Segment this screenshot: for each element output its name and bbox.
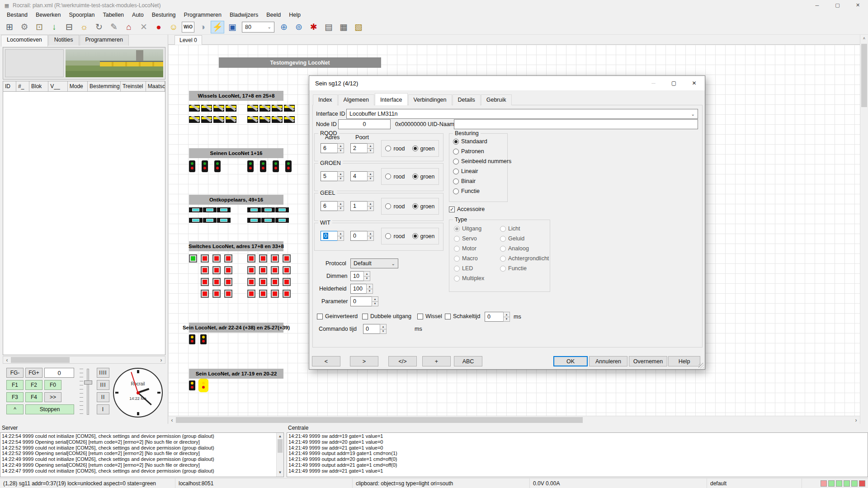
- dialog-tab-gebruik[interactable]: Gebruik: [481, 94, 512, 105]
- groen-radio[interactable]: groen: [412, 174, 435, 180]
- switch-button-red[interactable]: [201, 266, 209, 274]
- poort-spinner[interactable]: 4▲▼: [350, 171, 374, 181]
- column-header-v[interactable]: V__: [48, 81, 67, 91]
- type-radio-macro[interactable]: Macro: [454, 255, 478, 262]
- card-index-icon[interactable]: ▦: [337, 21, 350, 33]
- wissel-symbol[interactable]: [272, 116, 283, 123]
- f2-button[interactable]: F2: [25, 380, 42, 390]
- protocol-combo[interactable]: Default ⌄: [350, 258, 398, 268]
- decoupler-symbol[interactable]: [189, 218, 203, 223]
- adres-spinner[interactable]: 6▲▼: [321, 143, 344, 153]
- rood-radio[interactable]: rood: [385, 233, 405, 239]
- dialog-tab-index[interactable]: Index: [313, 94, 338, 105]
- spin-up-icon[interactable]: ▲: [338, 172, 344, 177]
- zoom-in-icon[interactable]: ⊕: [277, 21, 291, 33]
- fg-minus-button[interactable]: FG-: [6, 368, 24, 378]
- spin-up-icon[interactable]: ▲: [338, 231, 344, 236]
- type-radio-geluid[interactable]: Geluid: [500, 235, 524, 242]
- dialog-tab-verbindingen[interactable]: Verbindingen: [408, 94, 452, 105]
- switch-button-red[interactable]: [271, 254, 279, 263]
- switch-button-red[interactable]: [247, 278, 255, 286]
- groen-radio[interactable]: groen: [412, 203, 435, 210]
- type-radio-functie[interactable]: Functie: [500, 265, 527, 272]
- switch-button-red[interactable]: [224, 290, 232, 298]
- geinverteerd-checkbox[interactable]: Geinverteerd: [317, 313, 358, 319]
- signal-symbol[interactable]: [285, 160, 292, 172]
- switch-button-red[interactable]: [271, 290, 279, 298]
- column-header-item[interactable]: #_: [16, 81, 29, 91]
- switch-button-red[interactable]: [224, 266, 232, 274]
- annuleren-button[interactable]: Annuleren: [589, 356, 627, 366]
- dimmen-spinner[interactable]: 10 ▲▼: [350, 271, 370, 281]
- spin-up-icon[interactable]: ▲: [368, 172, 373, 177]
- scroll-thumb[interactable]: [278, 439, 283, 453]
- spin-down-icon[interactable]: ▼: [364, 277, 370, 281]
- scroll-thumb[interactable]: [861, 44, 867, 107]
- spin-down-icon[interactable]: ▼: [338, 149, 344, 153]
- step-button-i[interactable]: I: [97, 404, 109, 414]
- spin-down-icon[interactable]: ▼: [380, 329, 386, 334]
- wissel-symbol[interactable]: [247, 105, 258, 112]
- tab-locomotieven[interactable]: Locomotieven: [1, 35, 48, 47]
- zoom-fit-icon[interactable]: ⊚: [292, 21, 306, 33]
- switch-button-red[interactable]: [224, 254, 232, 263]
- server-log[interactable]: ▲ ▼ 14:22:54 9999 could not initialize […: [0, 432, 284, 477]
- menu-help[interactable]: Help: [285, 11, 305, 19]
- nav-button-item[interactable]: +: [422, 356, 451, 366]
- f1-button[interactable]: F1: [6, 380, 24, 390]
- signal-symbol[interactable]: [273, 160, 279, 172]
- parameter-spinner[interactable]: 0 ▲▼: [350, 296, 378, 306]
- switch-button-red[interactable]: [212, 266, 221, 274]
- switch-button-red[interactable]: [271, 278, 279, 286]
- dialog-tab-algemeen[interactable]: Algemeen: [338, 94, 374, 105]
- signal-symbol[interactable]: [247, 160, 254, 172]
- schakeltijd-checkbox[interactable]: Schakeltijd: [445, 313, 480, 319]
- type-radio-motor[interactable]: Motor: [454, 245, 476, 252]
- rood-radio[interactable]: rood: [385, 174, 405, 180]
- dialog-minimize-button[interactable]: ─: [643, 76, 664, 90]
- adres-spinner[interactable]: 5▲▼: [321, 171, 344, 181]
- refresh-icon[interactable]: ↻: [92, 21, 106, 33]
- type-radio-servo[interactable]: Servo: [454, 235, 477, 242]
- rood-radio[interactable]: rood: [385, 145, 405, 152]
- menu-besturing[interactable]: Besturing: [148, 11, 180, 19]
- groen-radio[interactable]: groen: [412, 233, 435, 239]
- switch-button-red[interactable]: [283, 278, 291, 286]
- spin-down-icon[interactable]: ▼: [368, 236, 373, 241]
- issues-icon[interactable]: ✱: [307, 21, 321, 33]
- tab-level-0[interactable]: Level 0: [175, 35, 202, 45]
- decoupler-symbol[interactable]: [203, 218, 217, 223]
- overnemen-button[interactable]: Overnemen: [629, 356, 667, 366]
- menu-bewerken[interactable]: Bewerken: [32, 11, 65, 19]
- dialog-tab-interface[interactable]: Interface: [375, 93, 408, 105]
- spin-down-icon[interactable]: ▼: [372, 302, 378, 306]
- notes-icon[interactable]: ▤: [322, 21, 335, 33]
- speed-display[interactable]: 0: [44, 368, 74, 378]
- canvas-hscrollbar[interactable]: ‹ ›: [168, 416, 860, 424]
- close-button[interactable]: ✕: [848, 0, 868, 10]
- loco-table-body[interactable]: [3, 92, 165, 355]
- home-icon[interactable]: ⌂: [122, 21, 136, 33]
- decoupler-symbol[interactable]: [261, 207, 275, 212]
- scroll-thumb[interactable]: [11, 357, 70, 363]
- dialog-close-button[interactable]: ✕: [684, 76, 704, 90]
- ok-button[interactable]: OK: [553, 356, 588, 366]
- menu-programmeren[interactable]: Programmeren: [180, 11, 226, 19]
- workspace-icon[interactable]: ⊞: [3, 21, 16, 33]
- minimize-button[interactable]: ─: [807, 0, 827, 10]
- scroll-right-icon[interactable]: ›: [852, 417, 860, 423]
- analyzer-icon[interactable]: ◑: [196, 21, 209, 33]
- switch-button-red[interactable]: [259, 266, 267, 274]
- poort-spinner[interactable]: 0▲▼: [350, 231, 374, 241]
- decoupler-symbol[interactable]: [275, 207, 289, 212]
- switch-button-red[interactable]: [212, 254, 221, 263]
- switch-button-red[interactable]: [224, 278, 232, 286]
- spin-down-icon[interactable]: ▼: [338, 177, 344, 181]
- signal-small-symbol[interactable]: [200, 380, 207, 390]
- type-radio-achtergrondlicht[interactable]: Achtergrondlicht: [500, 255, 549, 262]
- column-header-mode[interactable]: Mode: [68, 81, 88, 91]
- type-radio-uitgang[interactable]: Uitgang: [454, 225, 481, 232]
- f4-button[interactable]: F4: [25, 392, 42, 402]
- clipboard-icon[interactable]: ▧: [352, 21, 365, 33]
- resize-grip[interactable]: [698, 363, 704, 368]
